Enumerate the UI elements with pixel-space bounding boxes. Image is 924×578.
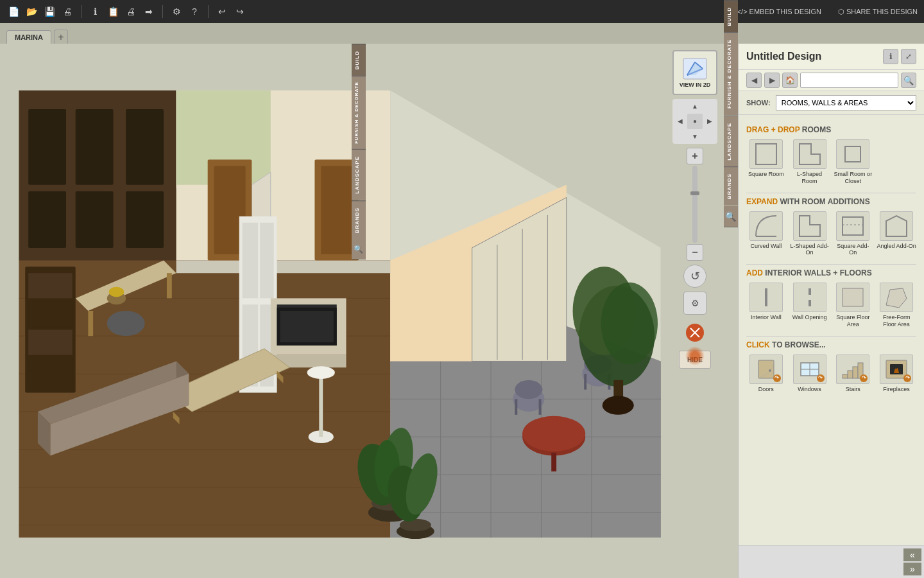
show-dropdown[interactable]: ROOMS, WALLS & AREAS [776,95,916,110]
svg-rect-103 [756,144,776,164]
zoom-controls: + − [687,148,703,261]
lshaped-room-icon [793,139,826,169]
list-icon[interactable]: 📋 [106,4,120,19]
fireplaces-icon: ↷ [880,355,913,384]
stairs-icon: ↷ [836,355,869,384]
right-panel: Untitled Design ℹ ⤢ ◀ ▶ 🏠 🔍 SHOW: ROOMS,… [738,44,924,578]
help-icon[interactable]: ? [187,4,201,19]
zoom-in-button[interactable]: + [687,148,703,164]
panel-content: DRAG + DROP ROOMS Square Room L-Shaped R… [739,115,924,545]
redo-icon[interactable]: ↪ [233,4,247,19]
panel-info-button[interactable]: ℹ [883,49,898,64]
tab-brands[interactable]: BRANDS [352,200,366,240]
small-room-label: Small Room or Closet [834,171,873,185]
brands-tab[interactable]: BRANDS [724,166,738,206]
undo-icon[interactable]: ↩ [215,4,229,19]
item-lshaped-room[interactable]: L-Shaped Room [790,139,830,185]
nav-center-button[interactable]: ● [687,114,702,128]
furnish-tab[interactable]: FURNISH & DECORATE [724,32,738,115]
show-label: SHOW: [746,99,771,107]
item-interior-wall[interactable]: Interior Wall [746,283,786,328]
item-small-room[interactable]: Small Room or Closet [834,139,873,185]
save-icon[interactable]: 💾 [42,4,56,19]
svg-rect-22 [76,191,114,248]
svg-rect-45 [88,311,93,336]
view-2d-button[interactable]: VIEW IN 2D [672,50,717,95]
nav-down-button[interactable]: ▼ [687,129,702,144]
panel-collapse-down-button[interactable]: » [903,563,921,575]
item-lshaped-addon[interactable]: L-Shaped Add-On [790,211,830,257]
svg-rect-24 [126,191,164,248]
new-file-icon[interactable]: 📄 [6,4,21,19]
settings-icon[interactable]: ⚙ [169,4,184,19]
zoom-thumb[interactable] [690,191,699,195]
section-drag-drop-header: DRAG + DROP ROOMS [746,125,916,134]
item-freeform-floor[interactable]: Free-Form Floor Area [877,283,916,328]
zoom-out-button[interactable]: − [687,244,703,261]
export-icon[interactable]: ➡ [142,4,156,19]
freeform-floor-label: Free-Form Floor Area [877,314,916,328]
svg-point-47 [107,311,145,336]
section-interior-rest: INTERIOR WALLS + FLOORS [765,268,871,277]
print-icon[interactable]: 🖨 [60,4,74,19]
nav-btn-empty2 [703,99,717,114]
panel-forward-button[interactable]: ▶ [764,73,780,88]
interior-wall-label: Interior Wall [751,314,782,321]
search-tab[interactable]: 🔍 [724,206,738,227]
share-button[interactable]: ⬡ SHARE THIS DESIGN [838,8,918,16]
panel-back-button[interactable]: ◀ [746,73,762,88]
info-icon[interactable]: ℹ [88,4,102,19]
svg-marker-107 [800,216,820,236]
print2-icon[interactable]: 🖨 [124,4,138,19]
tabbar: MARINA + [0,23,924,44]
tab-landscape[interactable]: LANDSCAPE [352,149,366,200]
open-icon[interactable]: 📂 [24,4,38,19]
panel-collapse-up-button[interactable]: « [903,548,921,561]
panel-search-input[interactable] [800,73,898,88]
svg-rect-123 [853,367,858,378]
nav-up-button[interactable]: ▲ [687,99,702,114]
panel-nav-row: ◀ ▶ 🏠 🔍 [739,70,924,91]
panel-expand-button[interactable]: ⤢ [901,49,916,64]
tab-add-button[interactable]: + [54,30,68,44]
item-windows[interactable]: ↷ Windows [790,355,830,393]
small-room-icon [836,139,869,169]
item-fireplaces[interactable]: ↷ Fireplaces [877,355,916,393]
item-square-addon[interactable]: Square Add-On [834,211,873,257]
rotate-button[interactable]: ↺ [683,265,706,288]
hide-button[interactable]: HIDE [679,351,711,369]
tab-search[interactable]: 🔍 [352,240,366,259]
zoom-track[interactable] [692,166,697,243]
item-curved-wall[interactable]: Curved Wall [746,211,786,257]
panel-search-button[interactable]: 🔍 [901,73,916,88]
item-stairs[interactable]: ↷ Stairs [834,355,873,393]
interior-grid: Interior Wall Wall Opening Squa [746,283,916,328]
svg-rect-19 [28,109,66,185]
toolbar: 📄 📂 💾 🖨 ℹ 📋 🖨 ➡ ⚙ ? ↩ ↪ </> EMBED THIS D… [0,0,924,23]
nav-right-button[interactable]: ▶ [703,114,717,128]
panel-home-button[interactable]: 🏠 [782,73,798,88]
landscape-tab[interactable]: LANDSCAPE [724,116,738,167]
tab-furnish[interactable]: FURNISH & DECORATE [352,76,366,149]
svg-point-69 [307,366,335,379]
wall-opening-label: Wall Opening [792,314,827,321]
svg-point-117 [769,369,771,372]
tab-marina[interactable]: MARINA [6,30,51,44]
svg-rect-68 [319,374,323,437]
view-settings-button[interactable]: ⚙ [683,292,706,315]
item-doors[interactable]: ↷ Doors [746,355,786,393]
item-square-room[interactable]: Square Room [746,139,786,185]
item-floor-area[interactable]: Square Floor Area [834,283,873,328]
item-wall-opening[interactable]: Wall Opening [790,283,830,328]
item-angled-addon[interactable]: Angled Add-On [877,211,916,257]
svg-rect-46 [167,273,172,298]
lshaped-addon-label: L-Shaped Add-On [790,243,830,257]
svg-rect-121 [843,374,848,378]
build-tab[interactable]: BUILD [724,0,738,32]
nav-left-button[interactable]: ◀ [672,114,687,128]
tab-build[interactable]: BUILD [352,44,366,76]
embed-button[interactable]: </> EMBED THIS DESIGN [737,8,821,15]
browse-grid: ↷ Doors ↷ [746,355,916,393]
windows-icon: ↷ [793,355,826,384]
svg-rect-105 [845,146,860,162]
